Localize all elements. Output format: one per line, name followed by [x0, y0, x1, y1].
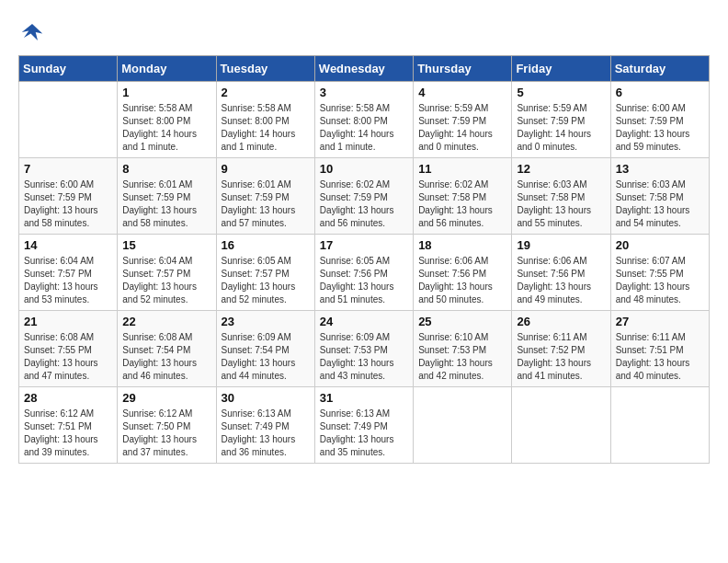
day-number: 11	[418, 162, 506, 176]
day-info: Sunrise: 6:10 AMSunset: 7:53 PMDaylight:…	[418, 331, 506, 383]
logo	[18, 18, 50, 46]
day-info: Sunrise: 5:59 AMSunset: 7:59 PMDaylight:…	[517, 102, 605, 154]
calendar-week-3: 14Sunrise: 6:04 AMSunset: 7:57 PMDayligh…	[19, 235, 710, 311]
calendar-week-5: 28Sunrise: 6:12 AMSunset: 7:51 PMDayligh…	[19, 387, 710, 464]
day-number: 19	[517, 238, 605, 252]
day-number: 31	[320, 391, 408, 405]
day-info: Sunrise: 6:01 AMSunset: 7:59 PMDaylight:…	[222, 178, 310, 230]
day-info: Sunrise: 6:09 AMSunset: 7:53 PMDaylight:…	[320, 331, 408, 383]
day-number: 1	[122, 86, 210, 99]
calendar-cell: 10Sunrise: 6:02 AMSunset: 7:59 PMDayligh…	[314, 158, 413, 235]
weekday-header-saturday: Saturday	[610, 56, 709, 82]
day-number: 7	[24, 162, 112, 176]
day-info: Sunrise: 6:01 AMSunset: 7:59 PMDaylight:…	[122, 178, 210, 230]
day-info: Sunrise: 6:08 AMSunset: 7:55 PMDaylight:…	[24, 331, 112, 383]
weekday-header-row: SundayMondayTuesdayWednesdayThursdayFrid…	[19, 56, 710, 82]
calendar-cell: 21Sunrise: 6:08 AMSunset: 7:55 PMDayligh…	[19, 311, 118, 387]
calendar-cell: 3Sunrise: 5:58 AMSunset: 8:00 PMDaylight…	[314, 82, 413, 158]
page-header	[18, 18, 710, 46]
calendar-cell: 5Sunrise: 5:59 AMSunset: 7:59 PMDaylight…	[512, 82, 610, 158]
weekday-header-friday: Friday	[512, 56, 610, 82]
calendar-cell: 14Sunrise: 6:04 AMSunset: 7:57 PMDayligh…	[19, 235, 118, 311]
day-info: Sunrise: 5:58 AMSunset: 8:00 PMDaylight:…	[320, 102, 408, 154]
calendar-cell: 13Sunrise: 6:03 AMSunset: 7:58 PMDayligh…	[610, 158, 709, 235]
calendar-cell: 16Sunrise: 6:05 AMSunset: 7:57 PMDayligh…	[216, 235, 314, 311]
day-number: 25	[418, 315, 506, 328]
day-number: 14	[24, 238, 112, 252]
weekday-header-monday: Monday	[118, 56, 216, 82]
calendar-week-4: 21Sunrise: 6:08 AMSunset: 7:55 PMDayligh…	[19, 311, 710, 387]
calendar-cell: 4Sunrise: 5:59 AMSunset: 7:59 PMDaylight…	[414, 82, 512, 158]
calendar-cell: 28Sunrise: 6:12 AMSunset: 7:51 PMDayligh…	[19, 387, 118, 464]
day-number: 3	[320, 86, 408, 99]
day-number: 24	[320, 315, 408, 328]
day-info: Sunrise: 5:59 AMSunset: 7:59 PMDaylight:…	[418, 102, 506, 154]
day-number: 22	[122, 315, 210, 328]
day-number: 27	[616, 315, 704, 328]
day-info: Sunrise: 6:11 AMSunset: 7:51 PMDaylight:…	[616, 331, 704, 383]
calendar-cell	[414, 387, 512, 464]
calendar-cell	[19, 82, 118, 158]
calendar-cell: 26Sunrise: 6:11 AMSunset: 7:52 PMDayligh…	[512, 311, 610, 387]
day-number: 16	[222, 238, 310, 252]
day-info: Sunrise: 6:06 AMSunset: 7:56 PMDaylight:…	[418, 255, 506, 306]
day-info: Sunrise: 5:58 AMSunset: 8:00 PMDaylight:…	[122, 102, 210, 154]
calendar-cell: 22Sunrise: 6:08 AMSunset: 7:54 PMDayligh…	[118, 311, 216, 387]
day-info: Sunrise: 6:00 AMSunset: 7:59 PMDaylight:…	[616, 102, 704, 154]
day-number: 28	[24, 391, 112, 405]
day-info: Sunrise: 6:09 AMSunset: 7:54 PMDaylight:…	[222, 331, 310, 383]
day-info: Sunrise: 6:06 AMSunset: 7:56 PMDaylight:…	[517, 255, 605, 306]
calendar-cell: 29Sunrise: 6:12 AMSunset: 7:50 PMDayligh…	[118, 387, 216, 464]
day-number: 9	[222, 162, 310, 176]
calendar-cell: 18Sunrise: 6:06 AMSunset: 7:56 PMDayligh…	[414, 235, 512, 311]
day-number: 2	[222, 86, 310, 99]
svg-marker-0	[22, 24, 43, 40]
calendar-cell: 31Sunrise: 6:13 AMSunset: 7:49 PMDayligh…	[314, 387, 413, 464]
day-info: Sunrise: 6:04 AMSunset: 7:57 PMDaylight:…	[24, 255, 112, 306]
calendar-cell: 23Sunrise: 6:09 AMSunset: 7:54 PMDayligh…	[216, 311, 314, 387]
calendar-cell: 30Sunrise: 6:13 AMSunset: 7:49 PMDayligh…	[216, 387, 314, 464]
day-info: Sunrise: 6:05 AMSunset: 7:57 PMDaylight:…	[222, 255, 310, 306]
day-number: 4	[418, 86, 506, 99]
calendar-cell: 24Sunrise: 6:09 AMSunset: 7:53 PMDayligh…	[314, 311, 413, 387]
day-number: 17	[320, 238, 408, 252]
day-number: 15	[122, 238, 210, 252]
day-info: Sunrise: 6:03 AMSunset: 7:58 PMDaylight:…	[616, 178, 704, 230]
calendar-cell	[512, 387, 610, 464]
day-number: 10	[320, 162, 408, 176]
day-number: 5	[517, 86, 605, 99]
day-number: 20	[616, 238, 704, 252]
calendar-cell: 2Sunrise: 5:58 AMSunset: 8:00 PMDaylight…	[216, 82, 314, 158]
weekday-header-sunday: Sunday	[19, 56, 118, 82]
calendar-cell: 1Sunrise: 5:58 AMSunset: 8:00 PMDaylight…	[118, 82, 216, 158]
calendar-cell: 17Sunrise: 6:05 AMSunset: 7:56 PMDayligh…	[314, 235, 413, 311]
calendar-cell	[610, 387, 709, 464]
weekday-header-wednesday: Wednesday	[314, 56, 413, 82]
day-number: 30	[222, 391, 310, 405]
calendar-cell: 25Sunrise: 6:10 AMSunset: 7:53 PMDayligh…	[414, 311, 512, 387]
day-info: Sunrise: 6:12 AMSunset: 7:50 PMDaylight:…	[122, 408, 210, 459]
calendar-cell: 8Sunrise: 6:01 AMSunset: 7:59 PMDaylight…	[118, 158, 216, 235]
day-number: 21	[24, 315, 112, 328]
calendar-cell: 15Sunrise: 6:04 AMSunset: 7:57 PMDayligh…	[118, 235, 216, 311]
day-info: Sunrise: 6:08 AMSunset: 7:54 PMDaylight:…	[122, 331, 210, 383]
weekday-header-tuesday: Tuesday	[216, 56, 314, 82]
calendar-cell: 6Sunrise: 6:00 AMSunset: 7:59 PMDaylight…	[610, 82, 709, 158]
calendar-week-1: 1Sunrise: 5:58 AMSunset: 8:00 PMDaylight…	[19, 82, 710, 158]
day-info: Sunrise: 6:02 AMSunset: 7:58 PMDaylight:…	[418, 178, 506, 230]
day-info: Sunrise: 6:13 AMSunset: 7:49 PMDaylight:…	[222, 408, 310, 459]
calendar-cell: 9Sunrise: 6:01 AMSunset: 7:59 PMDaylight…	[216, 158, 314, 235]
calendar-cell: 20Sunrise: 6:07 AMSunset: 7:55 PMDayligh…	[610, 235, 709, 311]
calendar-table: SundayMondayTuesdayWednesdayThursdayFrid…	[18, 55, 710, 464]
calendar-cell: 27Sunrise: 6:11 AMSunset: 7:51 PMDayligh…	[610, 311, 709, 387]
day-number: 23	[222, 315, 310, 328]
day-number: 18	[418, 238, 506, 252]
calendar-cell: 7Sunrise: 6:00 AMSunset: 7:59 PMDaylight…	[19, 158, 118, 235]
calendar-cell: 19Sunrise: 6:06 AMSunset: 7:56 PMDayligh…	[512, 235, 610, 311]
day-info: Sunrise: 6:02 AMSunset: 7:59 PMDaylight:…	[320, 178, 408, 230]
logo-icon	[18, 18, 46, 46]
calendar-week-2: 7Sunrise: 6:00 AMSunset: 7:59 PMDaylight…	[19, 158, 710, 235]
day-number: 8	[122, 162, 210, 176]
weekday-header-thursday: Thursday	[414, 56, 512, 82]
day-number: 12	[517, 162, 605, 176]
